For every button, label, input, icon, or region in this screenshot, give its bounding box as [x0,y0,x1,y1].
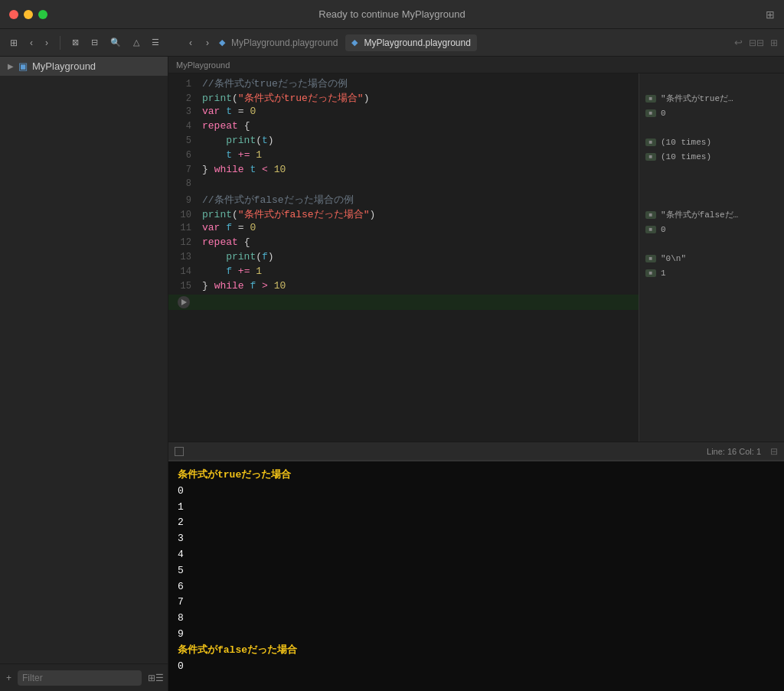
console-toggle-icon[interactable]: ⊟ [770,446,778,457]
titlebar: Ready to continue MyPlayground ⊞ [0,0,784,29]
code-line-11: 11 var f = 0 [168,222,639,236]
result-line-13: ■ "0\n" [639,251,784,266]
result-icon-11: ■ [645,226,656,233]
sidebar-toggle-icon[interactable]: ⊞ [766,8,775,21]
toolbar: ⊞ ‹ › ⊠ ⊟ 🔍 △ ☰ ‹ › ◆ MyPlayground.playg… [0,29,784,57]
traffic-lights [9,10,47,19]
playground-icon: ▣ [18,60,28,72]
grid-view-btn[interactable]: ⊞ [6,36,21,50]
result-icon-6: ■ [645,153,656,161]
editor-split: 1 //条件式がtrueだった場合の例 2 print("条件式がtrueだった… [168,73,784,442]
result-icon: ■ [645,95,656,103]
toolbar-icon4[interactable]: ☰ [148,36,163,49]
console-line-4: 4 [178,547,775,563]
maximize-button[interactable] [38,10,47,19]
code-line-3: 3 var t = 0 [168,106,639,120]
code-editor[interactable]: 1 //条件式がtrueだった場合の例 2 print("条件式がtrueだった… [168,73,639,442]
breadcrumb-text: MyPlayground [176,60,230,70]
result-line-1 [639,77,784,91]
console-output: 条件式がtrueだった場合 0 1 2 3 4 5 6 7 8 9 条件式がfa… [168,460,784,691]
content-area: MyPlayground 1 //条件式がtrueだった場合の例 2 print… [168,57,784,691]
result-icon-5: ■ [645,139,656,146]
panel-layout-icon[interactable]: ⊟⊟ [749,37,764,48]
nav-back-btn[interactable]: ‹ [26,36,37,50]
console-line-header1: 条件式がtrueだった場合 [178,468,775,484]
console-line-5: 5 [178,563,775,579]
titlebar-right-controls: ⊞ [766,8,775,21]
console-line-7: 7 [178,595,775,611]
status-bar: Line: 16 Col: 1 ⊟ [168,442,784,460]
separator [60,36,60,50]
sidebar-settings-btn[interactable]: ⊞☰ [148,673,164,683]
run-return-icon[interactable]: ↩ [734,37,743,48]
code-line-6: 6 t += 1 [168,149,639,164]
code-line-8: 8 [168,178,639,193]
nav-back-editor-btn[interactable]: ‹ [185,36,196,50]
run-button[interactable] [178,296,190,308]
main-layout: ▶ ▣ MyPlayground + ⊞☰ MyPlayground 1 //条… [0,57,784,691]
result-line-2: ■ "条件式がtrueだ… [639,91,784,106]
result-text-11: 0 [661,225,666,234]
play-triangle-icon [181,299,187,305]
result-text-13: "0\n" [661,254,686,263]
collapse-triangle-icon: ▶ [8,62,14,70]
toolbar-icon3[interactable]: △ [129,36,143,49]
code-line-15: 15 } while f > 10 [168,280,639,295]
active-tab-label[interactable]: MyPlayground.playground [364,37,470,48]
breadcrumb: MyPlayground [168,57,784,73]
code-line-14: 14 f += 1 [168,266,639,280]
result-line-7 [639,164,784,178]
search-icon[interactable]: 🔍 [106,36,125,49]
toolbar-icon2[interactable]: ⊟ [87,36,102,49]
result-icon-13: ■ [645,255,656,262]
result-icon-14: ■ [645,269,656,277]
result-line-9 [639,193,784,207]
console-line-3: 3 [178,531,775,547]
result-text-10: "条件式がfalseだ… [661,209,738,220]
minimize-button[interactable] [24,10,33,19]
line-col-indicator: Line: 16 Col: 1 [707,447,761,456]
result-text-2: "条件式がtrueだ… [661,93,733,104]
code-line-10: 10 print("条件式がfalseだった場合") [168,207,639,222]
nav-fwd-btn[interactable]: › [41,36,52,50]
sidebar: ▶ ▣ MyPlayground + ⊞☰ [0,57,168,691]
result-line-3: ■ 0 [639,106,784,120]
code-line-13: 13 print(f) [168,251,639,266]
toolbar-icon1[interactable]: ⊠ [68,36,83,49]
code-line-7: 7 } while t < 10 [168,164,639,178]
result-line-4 [639,120,784,135]
filter-input[interactable] [18,670,142,686]
result-text-14: 1 [661,269,666,278]
inactive-tab-label[interactable]: MyPlayground.playground [231,37,338,48]
code-line-12: 12 repeat { [168,236,639,251]
window-title: Ready to continue MyPlayground [318,8,466,20]
result-line-12 [639,236,784,251]
inspector-icon[interactable]: ⊞ [770,37,778,48]
console-line-6: 6 [178,579,775,595]
code-line-1: 1 //条件式がtrueだった場合の例 [168,77,639,91]
console-line-9: 9 [178,627,775,643]
result-text-3: 0 [661,109,666,118]
console-line-2: 2 [178,515,775,531]
console-line-f0: 0 [178,659,775,675]
results-panel: ■ "条件式がtrueだ… ■ 0 ■ (10 times) ■ [639,73,784,442]
play-button-line [168,295,639,310]
result-line-11: ■ 0 [639,222,784,236]
sidebar-item-myplayground[interactable]: ▶ ▣ MyPlayground [0,57,168,76]
close-button[interactable] [9,10,18,19]
result-text-5: (10 times) [661,138,711,147]
result-line-5: ■ (10 times) [639,135,784,149]
result-icon-3: ■ [645,109,656,117]
add-file-btn[interactable]: + [6,673,11,683]
console-line-0: 0 [178,484,775,500]
console-line-1: 1 [178,500,775,516]
inactive-tab-icon: ◆ [219,37,225,47]
nav-fwd-editor-btn[interactable]: › [202,36,213,50]
console-line-8: 8 [178,611,775,627]
result-text-6: (10 times) [661,152,711,161]
code-line-2: 2 print("条件式がtrueだった場合") [168,91,639,106]
status-checkbox[interactable] [175,447,184,456]
result-line-10: ■ "条件式がfalseだ… [639,207,784,222]
sidebar-footer: + ⊞☰ [0,663,168,691]
sidebar-item-label: MyPlayground [32,60,96,72]
